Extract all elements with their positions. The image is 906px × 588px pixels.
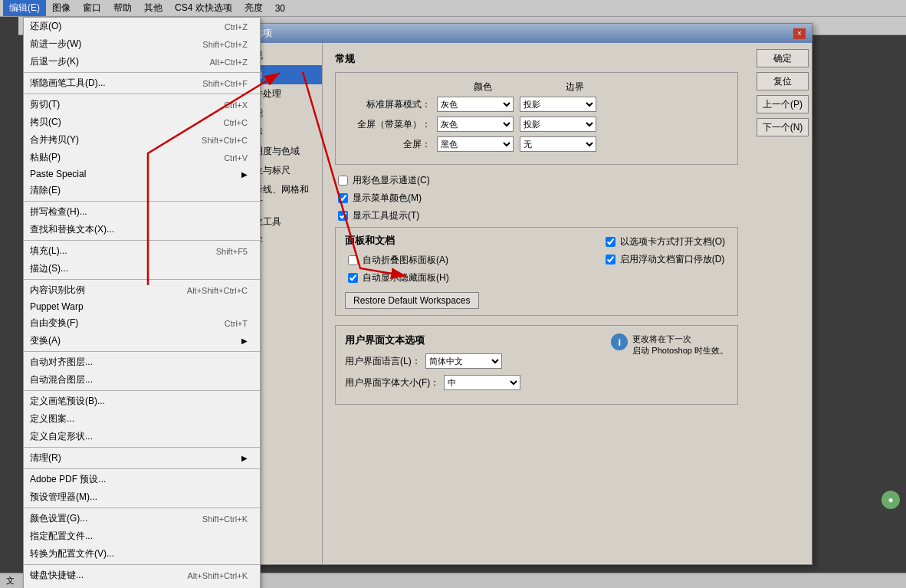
menu-item-keyboard-shortcuts[interactable]: 键盘快捷键... Alt+Shift+Ctrl+K [24,567,260,584]
settings-header: 颜色 边界 [345,80,728,94]
menu-item-menus[interactable]: 菜(U)... Alt+Shift+Ctrl+M [24,584,260,588]
separator-6 [24,351,260,352]
settings-row-fullscreen: 全屏： 黑色 无 [345,136,728,152]
checkbox-row-auto-show: 自动显示隐藏面板(H) [345,271,728,284]
next-button[interactable]: 下一个(N) [757,118,809,136]
menu-item-free-transform[interactable]: 自由变换(F) Ctrl+T [24,314,260,332]
menu-30[interactable]: 30 [269,2,291,15]
menu-item-paste-special[interactable]: Paste Special ▶ [24,166,260,182]
separator-4 [24,240,260,241]
right-panel-icon[interactable]: ● [881,491,900,509]
menu-item-copy[interactable]: 拷贝(C) Ctrl+C [24,113,260,131]
label-tooltip: 显示工具提示(T) [353,209,419,222]
checkbox-floating-dock[interactable] [606,255,615,264]
select-fullscreen-border[interactable]: 无 [520,136,596,152]
menu-item-define-shape[interactable]: 定义自定形状... [24,428,260,445]
menu-item-step-forward[interactable]: 前进一步(W) Shift+Ctrl+Z [24,35,260,53]
prev-button[interactable]: 上一个(P) [757,95,809,113]
checkbox-menu-color[interactable] [338,193,348,203]
settings-row-standard: 标准屏幕模式： 灰色 投影 [345,97,728,112]
checkbox-tab-open[interactable] [606,237,615,247]
menu-item-stroke[interactable]: 描边(S)... [24,260,260,278]
separator-8 [24,447,260,448]
menu-cs4[interactable]: CS4 欢快选项 [169,0,238,16]
select-standard-border[interactable]: 投影 [520,97,596,112]
label-fullscreen-menu: 全屏（带菜单）： [345,118,437,131]
menu-item-transform[interactable]: 变换(A) ▶ [24,332,260,350]
menu-item-assign-profile[interactable]: 指定配置文件... [24,527,260,545]
menu-item-merge-copy[interactable]: 合并拷贝(Y) Shift+Ctrl+C [24,131,260,149]
separator-11 [24,564,260,565]
separator-1 [24,72,260,73]
ui-text-section: 用户界面文本选项 用户界面语言(L)： 简体中文 用户界面字体大小(F)： 中 [335,325,738,405]
checkbox-tooltip[interactable] [338,211,348,221]
language-select[interactable]: 简体中文 [425,353,502,369]
menu-item-cut[interactable]: 剪切(T) Ctrl+X [24,96,260,113]
dialog-title: 首选项 × [238,24,812,43]
separator-5 [24,279,260,280]
checkbox-row-channel-color: 用彩色显示通道(C) [335,174,738,187]
label-auto-collapse: 自动折叠图标面板(A) [363,254,448,267]
menu-item-find-replace[interactable]: 查找和替换文本(X)... [24,221,260,238]
menu-item-preset-manager[interactable]: 预设管理器(M)... [24,488,260,506]
checkbox-auto-show[interactable] [348,273,358,283]
menu-item-auto-align[interactable]: 自动对齐图层... [24,353,260,371]
menu-image[interactable]: 图像 [46,0,77,16]
checkbox-row-tooltip: 显示工具提示(T) [335,209,738,222]
menu-item-pdf-presets[interactable]: Adobe PDF 预设... [24,471,260,488]
select-fullscreen-menu-border[interactable]: 投影 [520,117,596,132]
checkbox-row-menu-color: 显示菜单颜色(M) [335,192,738,205]
separator-9 [24,468,260,469]
menu-item-spellcheck[interactable]: 拼写检查(H)... [24,203,260,221]
header-color: 颜色 [437,80,529,94]
checkbox-row-floating-dock: 启用浮动文档窗口停放(D) [602,253,725,266]
menu-item-purge[interactable]: 清理(R) ▶ [24,449,260,467]
menu-item-content-aware[interactable]: 内容识别比例 Alt+Shift+Ctrl+C [24,281,260,299]
reset-button[interactable]: 复位 [757,72,809,90]
menu-item-puppet-warp[interactable]: Puppet Warp [24,299,260,314]
menu-item-auto-blend[interactable]: 自动混合图层... [24,371,260,389]
select-standard-color[interactable]: 灰色 [437,97,514,112]
menu-item-define-pattern[interactable]: 定义图案... [24,410,260,428]
menu-item-fill[interactable]: 填充(L)... Shift+F5 [24,242,260,260]
label-fullscreen: 全屏： [345,138,437,151]
label-channel-color: 用彩色显示通道(C) [353,174,430,187]
menu-window[interactable]: 窗口 [77,0,107,16]
menu-item-fade[interactable]: 渐隐画笔工具(D)... Shift+Ctrl+F [24,74,260,92]
restore-workspaces-button[interactable]: Restore Default Workspaces [345,292,479,309]
menu-other[interactable]: 其他 [138,0,169,16]
label-standard-screen: 标准屏幕模式： [345,98,437,111]
checkbox-row-tab-open: 以选项卡方式打开文档(O) [602,235,725,248]
label-floating-dock: 启用浮动文档窗口停放(D) [620,253,725,266]
checkbox-channel-color[interactable] [338,176,348,186]
menu-item-clear[interactable]: 清除(E) [24,182,260,199]
panel-docs-section: 面板和文档 自动折叠图标面板(A) 自动显示隐藏面板(H) Restore De… [335,227,738,316]
ok-button[interactable]: 确定 [757,49,809,67]
menu-brightness[interactable]: 亮度 [238,0,269,16]
separator-10 [24,508,260,508]
select-fullscreen-menu-color[interactable]: 灰色 [437,117,514,132]
section-title-general: 常规 [335,52,738,66]
separator-7 [24,390,260,391]
size-label-ui: 用户界面字体大小(F)： [345,376,439,389]
menu-item-define-brush[interactable]: 定义画笔预设(B)... [24,393,260,410]
menu-bar: 编辑(E) 图像 窗口 帮助 其他 CS4 欢快选项 亮度 30 [0,0,906,17]
menu-item-paste[interactable]: 粘贴(P) Ctrl+V [24,149,260,166]
dialog-close-button[interactable]: × [793,28,806,39]
edit-menu-dropdown: 还原(O) Ctrl+Z 前进一步(W) Shift+Ctrl+Z 后退一步(K… [23,17,261,588]
size-select[interactable]: 中 [444,375,520,390]
dialog-content-inner: 常规 颜色 边界 标准屏幕模式： 灰色 投影 [335,52,738,405]
info-box: i 更改将在下一次启动 Photoshop 时生效。 [611,333,728,357]
label-tab-open: 以选项卡方式打开文档(O) [620,235,725,248]
menu-item-undo[interactable]: 还原(O) Ctrl+Z [24,18,260,35]
menu-item-convert-profile[interactable]: 转换为配置文件(V)... [24,545,260,563]
ui-size-row: 用户界面字体大小(F)： 中 [345,375,728,390]
menu-edit[interactable]: 编辑(E) [3,0,46,16]
right-checkboxes: 以选项卡方式打开文档(O) 启用浮动文档窗口停放(D) [602,235,725,271]
checkbox-auto-collapse[interactable] [348,255,358,265]
menu-item-color-settings[interactable]: 颜色设置(G)... Shift+Ctrl+K [24,510,260,527]
menu-item-step-backward[interactable]: 后退一步(K) Alt+Ctrl+Z [24,53,260,71]
dialog-main-content: 常规 颜色 边界 标准屏幕模式： 灰色 投影 [323,43,750,564]
menu-help[interactable]: 帮助 [107,0,138,16]
select-fullscreen-color[interactable]: 黑色 [437,136,514,152]
